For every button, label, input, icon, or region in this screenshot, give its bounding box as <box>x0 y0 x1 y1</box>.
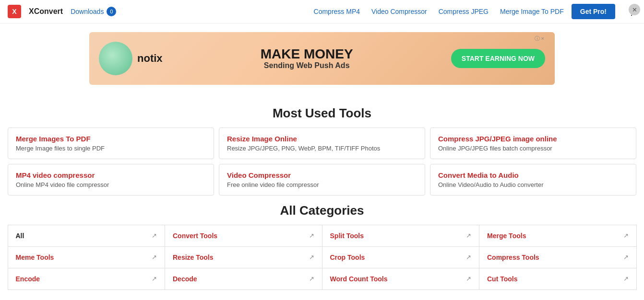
external-link-icon-6: ↗ <box>466 254 471 261</box>
brand-name: XConvert <box>29 7 63 16</box>
tool-card-title-4: Video Compressor <box>227 171 417 179</box>
tool-card-desc-0: Merge Image files to single PDF <box>16 145 206 152</box>
tool-card-title-3: MP4 video compressor <box>16 171 206 179</box>
main-content: Most Used Tools Merge Images To PDF Merg… <box>0 93 644 294</box>
category-resize-tools-label: Resize Tools <box>173 254 214 261</box>
nav-compress-jpeg[interactable]: Compress JPEG <box>439 8 489 15</box>
external-link-icon-11: ↗ <box>623 275 629 282</box>
tool-card-title-0: Merge Images To PDF <box>16 135 206 143</box>
category-crop-tools-label: Crop Tools <box>330 254 365 261</box>
external-link-icon-10: ↗ <box>466 275 471 282</box>
most-used-tools-grid: Merge Images To PDF Merge Image files to… <box>8 127 636 196</box>
all-categories-title: All Categories <box>8 203 636 218</box>
external-link-icon-1: ↗ <box>309 232 314 239</box>
tool-card-title-2: Compress JPG/JPEG image online <box>438 135 628 143</box>
tool-card-desc-3: Online MP4 video file compressor <box>16 181 206 188</box>
category-meme-tools-label: Meme Tools <box>16 254 54 261</box>
tool-card-desc-1: Resize JPG/JPEG, PNG, WebP, BPM, TIF/TIF… <box>227 145 417 152</box>
tool-card-5[interactable]: Convert Media to Audio Online Video/Audi… <box>430 164 636 196</box>
get-pro-button[interactable]: Get Pro! <box>572 4 615 19</box>
ad-banner: notix MAKE MONEY Sending Web Push Ads ST… <box>89 32 555 85</box>
tool-card-title-1: Resize Image Online <box>227 135 417 143</box>
ad-subline: Sending Web Push Ads <box>172 61 441 70</box>
external-link-icon-8: ↗ <box>152 275 157 282</box>
category-resize-tools[interactable]: Resize Tools ↗ <box>165 246 322 268</box>
tool-card-2[interactable]: Compress JPG/JPEG image online Online JP… <box>430 127 636 159</box>
category-cut-tools-label: Cut Tools <box>487 275 518 283</box>
category-convert-tools-label: Convert Tools <box>173 232 217 240</box>
category-crop-tools[interactable]: Crop Tools ↗ <box>322 246 480 268</box>
tool-card-title-5: Convert Media to Audio <box>438 171 628 179</box>
ad-headline: MAKE MONEY <box>172 47 441 62</box>
downloads-label: Downloads <box>71 8 104 15</box>
nav-links: Compress MP4 Video Compressor Compress J… <box>314 8 564 15</box>
tool-card-0[interactable]: Merge Images To PDF Merge Image files to… <box>8 127 214 159</box>
category-word-count-tools[interactable]: Word Count Tools ↗ <box>322 268 480 290</box>
category-merge-tools-label: Merge Tools <box>487 232 526 240</box>
category-decode-label: Decode <box>173 275 197 283</box>
tool-card-desc-4: Free online video file compressor <box>227 181 417 188</box>
category-merge-tools[interactable]: Merge Tools ↗ <box>479 225 637 247</box>
external-link-icon-4: ↗ <box>152 254 157 261</box>
logo-icon: X <box>8 5 21 18</box>
tool-card-desc-5: Online Video/Audio to Audio converter <box>438 181 628 188</box>
category-all[interactable]: All ↗ <box>8 225 166 247</box>
category-convert-tools[interactable]: Convert Tools ↗ <box>165 225 322 247</box>
ad-cta-button[interactable]: START EARNING NOW <box>451 49 545 68</box>
header: X XConvert Downloads 0 Compress MP4 Vide… <box>0 0 644 23</box>
category-all-label: All <box>16 232 24 240</box>
category-decode[interactable]: Decode ↗ <box>165 268 322 290</box>
nav-compress-mp4[interactable]: Compress MP4 <box>314 8 360 15</box>
downloads-link[interactable]: Downloads 0 <box>71 7 116 16</box>
external-link-icon-7: ↗ <box>623 254 629 261</box>
category-split-tools[interactable]: Split Tools ↗ <box>322 225 480 247</box>
external-link-icon-3: ↗ <box>623 232 629 239</box>
external-link-icon-2: ↗ <box>466 232 471 239</box>
category-encode-label: Encode <box>16 275 40 283</box>
ad-info[interactable]: ⓘ × <box>535 35 544 42</box>
tool-card-desc-2: Online JPG/JPEG files batch compressor <box>438 145 628 152</box>
external-link-icon-9: ↗ <box>309 275 314 282</box>
category-split-tools-label: Split Tools <box>330 232 364 240</box>
notix-circle-decoration <box>99 42 132 75</box>
tool-card-4[interactable]: Video Compressor Free online video file … <box>219 164 425 196</box>
external-link-icon-0: ↗ <box>152 232 157 239</box>
external-link-icon-5: ↗ <box>309 254 314 261</box>
tool-card-1[interactable]: Resize Image Online Resize JPG/JPEG, PNG… <box>219 127 425 159</box>
downloads-badge: 0 <box>107 7 116 16</box>
category-cut-tools[interactable]: Cut Tools ↗ <box>479 268 637 290</box>
nav-merge-image-to-pdf[interactable]: Merge Image To PDF <box>500 8 564 15</box>
page-close-button[interactable]: ✕ <box>629 4 640 15</box>
category-compress-tools-label: Compress Tools <box>487 254 539 261</box>
category-compress-tools[interactable]: Compress Tools ↗ <box>479 246 637 268</box>
category-encode[interactable]: Encode ↗ <box>8 268 166 290</box>
categories-grid: All ↗ Convert Tools ↗ Split Tools ↗ Merg… <box>8 225 636 289</box>
notix-brand: notix <box>137 52 163 65</box>
nav-video-compressor[interactable]: Video Compressor <box>371 8 427 15</box>
most-used-title: Most Used Tools <box>8 106 636 121</box>
category-meme-tools[interactable]: Meme Tools ↗ <box>8 246 166 268</box>
category-word-count-tools-label: Word Count Tools <box>330 275 388 283</box>
tool-card-3[interactable]: MP4 video compressor Online MP4 video fi… <box>8 164 214 196</box>
